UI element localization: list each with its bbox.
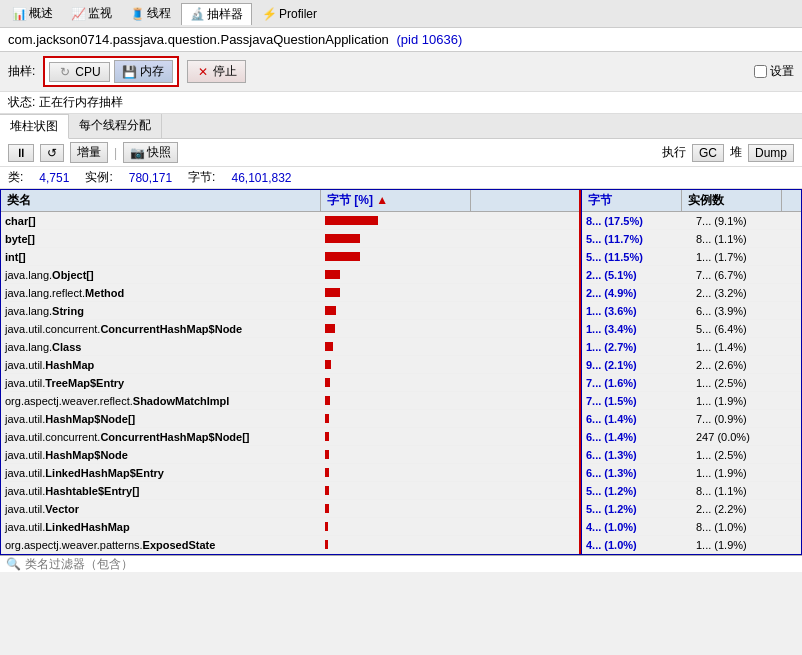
data-table: 类名 字节 [%] ▲ char[]byte[]int[]java.lang.O… [0, 189, 802, 555]
tab-heap-histogram[interactable]: 堆柱状图 [0, 114, 69, 139]
cell-instances: 8... (1.0%) [692, 518, 792, 536]
table-row[interactable]: org.aspectj.weaver.patterns.ExposedState [1, 536, 579, 554]
tab-bar: 📊 概述 📈 监视 🧵 线程 🔬 抽样器 ⚡ Profiler [0, 0, 802, 28]
table-row[interactable]: 7... (1.5%)1... (1.9%) [582, 392, 801, 410]
settings-checkbox[interactable]: 设置 [754, 63, 794, 80]
table-row[interactable]: java.util.TreeMap$Entry [1, 374, 579, 392]
table-row[interactable]: java.util.LinkedHashMap$Entry [1, 464, 579, 482]
heap-tab-bar: 堆柱状图 每个线程分配 [0, 114, 802, 139]
table-row[interactable]: 8... (17.5%)7... (9.1%) [582, 212, 801, 230]
cell-bytes: 9... (2.1%) [582, 356, 692, 374]
class-filter-input[interactable] [25, 557, 796, 571]
status-bar: 状态: 正在行内存抽样 [0, 92, 802, 114]
heap-label: 堆 [730, 144, 742, 161]
table-row[interactable]: java.util.LinkedHashMap [1, 518, 579, 536]
table-row[interactable]: java.lang.String [1, 302, 579, 320]
stop-icon: ✕ [196, 65, 210, 79]
table-row[interactable]: 1... (3.4%)5... (6.4%) [582, 320, 801, 338]
table-row[interactable]: java.util.HashMap [1, 356, 579, 374]
stop-button[interactable]: ✕ 停止 [187, 60, 246, 83]
tab-profiler[interactable]: ⚡ Profiler [254, 5, 325, 23]
cell-instances: 5... (6.4%) [692, 320, 792, 338]
table-row[interactable]: 9... (2.1%)2... (2.6%) [582, 356, 801, 374]
cell-bar [321, 320, 391, 338]
col-header-bar[interactable]: 字节 [%] ▲ [321, 190, 471, 211]
cell-bytes: 1... (3.6%) [582, 302, 692, 320]
table-row[interactable]: 4... (1.0%)1... (1.9%) [582, 536, 801, 554]
cell-bytes: 1... (3.4%) [582, 320, 692, 338]
table-row[interactable]: 7... (1.6%)1... (2.5%) [582, 374, 801, 392]
table-row[interactable]: 1... (2.7%)1... (1.4%) [582, 338, 801, 356]
cell-name: java.util.HashMap$Node[] [1, 410, 321, 428]
table-row[interactable]: 2... (4.9%)2... (3.2%) [582, 284, 801, 302]
cpu-icon: ↻ [58, 65, 72, 79]
cell-bar [321, 464, 391, 482]
tab-sampler[interactable]: 🔬 抽样器 [181, 3, 252, 25]
stats-bar: 类: 4,751 实例: 780,171 字节: 46,101,832 [0, 167, 802, 189]
tab-monitor[interactable]: 📈 监视 [63, 3, 120, 24]
right-header: 字节 实例数 [582, 190, 801, 212]
cell-name: java.lang.Class [1, 338, 321, 356]
table-row[interactable]: 4... (1.0%)8... (1.0%) [582, 518, 801, 536]
cell-bytes: 4... (1.0%) [582, 518, 692, 536]
table-row[interactable]: java.util.HashMap$Node[] [1, 410, 579, 428]
table-row[interactable]: byte[] [1, 230, 579, 248]
cell-name: java.lang.String [1, 302, 321, 320]
cell-instances: 8... (1.1%) [692, 482, 792, 500]
cell-bytes: 5... (11.7%) [582, 230, 692, 248]
memory-button[interactable]: 💾 内存 [114, 60, 173, 83]
app-window: 📊 概述 📈 监视 🧵 线程 🔬 抽样器 ⚡ Profiler com.jack… [0, 0, 802, 653]
table-row[interactable]: 6... (1.3%)1... (1.9%) [582, 464, 801, 482]
snapshot-button[interactable]: 📷 快照 [123, 142, 178, 163]
table-row[interactable]: 5... (1.2%)2... (2.2%) [582, 500, 801, 518]
table-row[interactable]: java.util.HashMap$Node [1, 446, 579, 464]
title-bar: com.jackson0714.passjava.question.Passja… [0, 28, 802, 52]
table-row[interactable]: java.lang.Object[] [1, 266, 579, 284]
table-row[interactable]: 5... (11.7%)8... (1.1%) [582, 230, 801, 248]
cell-name: java.lang.reflect.Method [1, 284, 321, 302]
cell-bytes: 6... (1.3%) [582, 446, 692, 464]
gc-button[interactable]: GC [692, 144, 724, 162]
camera-icon: 📷 [130, 146, 145, 160]
right-section: 字节 实例数 8... (17.5%)7... (9.1%)5... (11.7… [581, 190, 801, 554]
cell-bar [321, 248, 391, 266]
table-row[interactable]: 5... (11.5%)1... (1.7%) [582, 248, 801, 266]
dump-button[interactable]: Dump [748, 144, 794, 162]
table-row[interactable]: 5... (1.2%)8... (1.1%) [582, 482, 801, 500]
table-row[interactable]: 6... (1.4%)247 (0.0%) [582, 428, 801, 446]
table-row[interactable]: java.lang.reflect.Method [1, 284, 579, 302]
table-row[interactable]: java.util.concurrent.ConcurrentHashMap$N… [1, 320, 579, 338]
table-row[interactable]: java.util.Vector [1, 500, 579, 518]
table-row[interactable]: char[] [1, 212, 579, 230]
table-row[interactable]: java.util.concurrent.ConcurrentHashMap$N… [1, 428, 579, 446]
table-row[interactable]: java.util.Hashtable$Entry[] [1, 482, 579, 500]
delta-button[interactable]: 增量 [70, 142, 108, 163]
col-header-instances[interactable]: 实例数 [682, 190, 782, 211]
table-row[interactable]: java.lang.Class [1, 338, 579, 356]
settings-check[interactable] [754, 65, 767, 78]
cpu-button[interactable]: ↻ CPU [49, 62, 109, 82]
table-row[interactable]: 1... (3.6%)6... (3.9%) [582, 302, 801, 320]
table-row[interactable]: int[] [1, 248, 579, 266]
pause-button[interactable]: ⏸ [8, 144, 34, 162]
table-row[interactable]: 6... (1.3%)1... (2.5%) [582, 446, 801, 464]
table-row[interactable]: org.aspectj.weaver.reflect.ShadowMatchIm… [1, 392, 579, 410]
btn-group-sampler: ↻ CPU 💾 内存 [43, 56, 178, 87]
tab-per-thread[interactable]: 每个线程分配 [69, 114, 162, 138]
cell-bar [321, 392, 391, 410]
col-header-bytes[interactable]: 字节 [582, 190, 682, 211]
cell-name: java.util.HashMap [1, 356, 321, 374]
cell-instances: 247 (0.0%) [692, 428, 792, 446]
cell-name: java.lang.Object[] [1, 266, 321, 284]
tab-overview[interactable]: 📊 概述 [4, 3, 61, 24]
cell-bar [321, 446, 391, 464]
sort-icon: ▲ [376, 193, 388, 207]
bytes-label: 字节: [188, 169, 215, 186]
tab-threads[interactable]: 🧵 线程 [122, 3, 179, 24]
cell-name: java.util.Hashtable$Entry[] [1, 482, 321, 500]
table-row[interactable]: 6... (1.4%)7... (0.9%) [582, 410, 801, 428]
cell-instances: 1... (1.9%) [692, 464, 792, 482]
refresh-button[interactable]: ↺ [40, 144, 64, 162]
cell-bar [321, 500, 391, 518]
table-row[interactable]: 2... (5.1%)7... (6.7%) [582, 266, 801, 284]
